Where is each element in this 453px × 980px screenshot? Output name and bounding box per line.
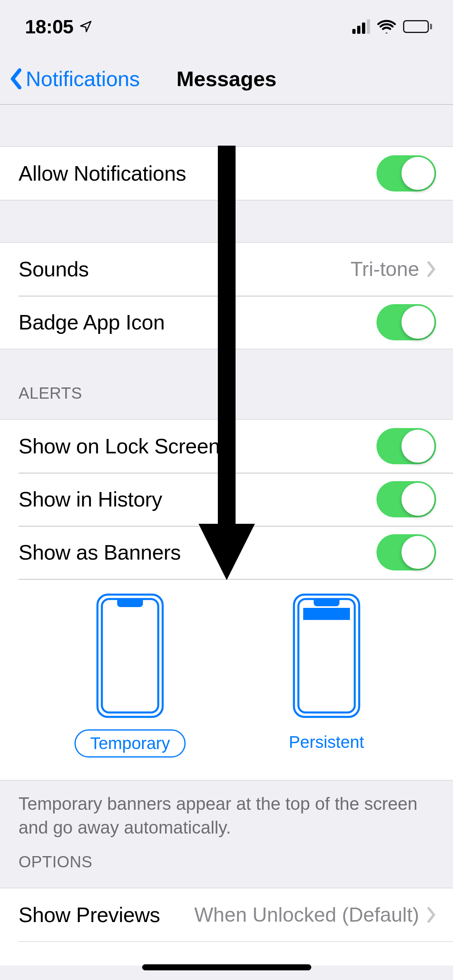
row-banner-style: Temporary Persistent — [0, 579, 453, 780]
row-label: Allow Notifications — [19, 161, 186, 185]
wifi-icon — [377, 20, 396, 33]
row-badge-app-icon: Badge App Icon — [0, 296, 453, 349]
battery-icon — [403, 20, 432, 33]
section-header-alerts: ALERTS — [0, 384, 101, 410]
svg-rect-4 — [303, 608, 350, 620]
home-indicator[interactable] — [142, 964, 311, 970]
section-footer-banner-style: Temporary banners appear at the top of t… — [0, 780, 453, 844]
banner-style-temporary[interactable]: Temporary — [74, 593, 186, 758]
status-bar: 18:05 — [0, 0, 453, 53]
chevron-right-icon — [426, 261, 436, 277]
banner-style-persistent[interactable]: Persistent — [274, 593, 379, 758]
banner-style-label: Persistent — [274, 729, 379, 755]
chevron-left-icon — [9, 68, 23, 89]
toggle-badge-app-icon[interactable] — [376, 304, 436, 340]
svg-rect-0 — [97, 595, 163, 717]
toggle-show-on-lock-screen[interactable] — [376, 428, 436, 464]
row-show-in-history: Show in History — [0, 473, 453, 526]
row-label: Show Previews — [19, 903, 160, 927]
row-value: When Unlocked (Default) — [194, 903, 419, 926]
row-next-partial[interactable]: . — [0, 941, 453, 966]
row-show-on-lock-screen: Show on Lock Screen — [0, 420, 453, 473]
back-button[interactable]: Notifications — [9, 67, 140, 91]
svg-rect-1 — [102, 599, 158, 712]
phone-preview-temporary-icon — [96, 593, 164, 718]
row-label: Badge App Icon — [19, 310, 165, 334]
toggle-allow-notifications[interactable] — [376, 155, 436, 191]
row-label: Show in History — [19, 487, 162, 511]
chevron-right-icon — [426, 907, 436, 923]
phone-preview-persistent-icon — [293, 593, 360, 718]
toggle-show-in-history[interactable] — [376, 481, 436, 517]
location-services-icon — [79, 20, 93, 33]
row-label: Show as Banners — [19, 540, 181, 564]
section-header-options: OPTIONS — [0, 853, 111, 879]
row-value: Tri-tone — [351, 257, 419, 281]
row-show-previews[interactable]: Show Previews When Unlocked (Default) — [0, 888, 453, 941]
row-show-as-banners: Show as Banners — [0, 526, 453, 579]
toggle-show-as-banners[interactable] — [376, 534, 436, 570]
row-label: Sounds — [19, 257, 89, 281]
back-button-label: Notifications — [26, 67, 140, 91]
status-time: 18:05 — [25, 16, 73, 38]
navigation-bar: Notifications Messages — [0, 53, 453, 105]
row-sounds[interactable]: Sounds Tri-tone — [0, 243, 453, 296]
banner-style-label: Temporary — [74, 729, 186, 758]
row-label: Show on Lock Screen — [19, 434, 220, 458]
row-allow-notifications: Allow Notifications — [0, 147, 453, 200]
cellular-signal-icon — [352, 19, 370, 34]
